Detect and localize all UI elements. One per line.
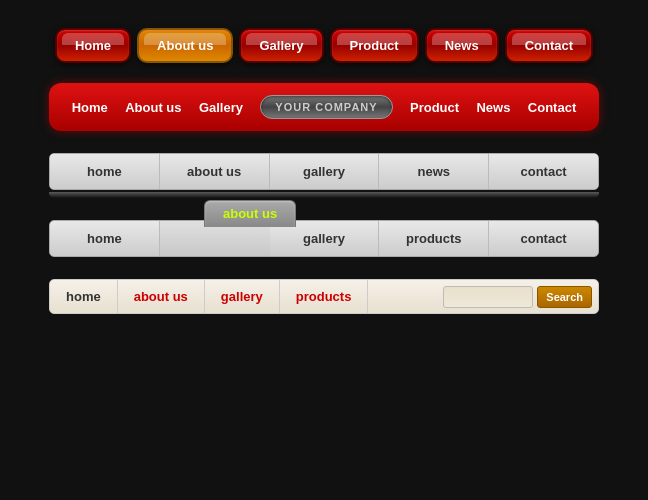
navbar-3: home about us gallery news contact — [49, 153, 599, 190]
search-button[interactable]: Search — [537, 286, 592, 308]
nav5-gallery[interactable]: gallery — [205, 280, 280, 313]
nav3-gallery[interactable]: gallery — [270, 154, 380, 189]
nav4-contact[interactable]: contact — [489, 221, 598, 256]
nav1-aboutus[interactable]: About us — [137, 28, 233, 63]
navbar-5: home about us gallery products Search — [49, 279, 599, 314]
nav1-news[interactable]: News — [425, 28, 499, 63]
navbar-3-wrapper: home about us gallery news contact — [49, 153, 599, 198]
nav3-contact[interactable]: contact — [489, 154, 598, 189]
nav2-contact[interactable]: Contact — [528, 100, 576, 115]
navbar-4: home about us gallery products contact — [49, 220, 599, 257]
nav3-aboutus[interactable]: about us — [160, 154, 270, 189]
nav2-news[interactable]: News — [476, 100, 510, 115]
nav3-news[interactable]: news — [379, 154, 489, 189]
nav5-search-area: Search — [437, 282, 598, 312]
nav5-aboutus[interactable]: about us — [118, 280, 205, 313]
nav1-gallery[interactable]: Gallery — [239, 28, 323, 63]
nav1-home[interactable]: Home — [55, 28, 131, 63]
nav3-reflection — [49, 192, 599, 198]
navbar-1: Home About us Gallery Product News Conta… — [55, 28, 593, 63]
company-logo: YOUR COMPANY — [260, 95, 392, 119]
navbar-4-wrapper: about us home about us gallery products … — [49, 220, 599, 257]
nav1-product[interactable]: Product — [330, 28, 419, 63]
nav5-home[interactable]: home — [50, 280, 118, 313]
search-input[interactable] — [443, 286, 533, 308]
nav2-product[interactable]: Product — [410, 100, 459, 115]
nav4-home[interactable]: home — [50, 221, 160, 256]
nav1-contact[interactable]: Contact — [505, 28, 593, 63]
nav3-home[interactable]: home — [50, 154, 160, 189]
navbar-2: Home About us Gallery YOUR COMPANY Produ… — [51, 85, 597, 129]
nav4-products[interactable]: products — [379, 221, 489, 256]
nav2-gallery[interactable]: Gallery — [199, 100, 243, 115]
navbar-2-wrapper: Home About us Gallery YOUR COMPANY Produ… — [49, 83, 599, 131]
nav2-aboutus[interactable]: About us — [125, 100, 181, 115]
nav2-home[interactable]: Home — [72, 100, 108, 115]
nav4-active-tab[interactable]: about us — [204, 200, 296, 227]
navbar-5-wrapper: home about us gallery products Search — [49, 279, 599, 314]
nav5-products[interactable]: products — [280, 280, 369, 313]
